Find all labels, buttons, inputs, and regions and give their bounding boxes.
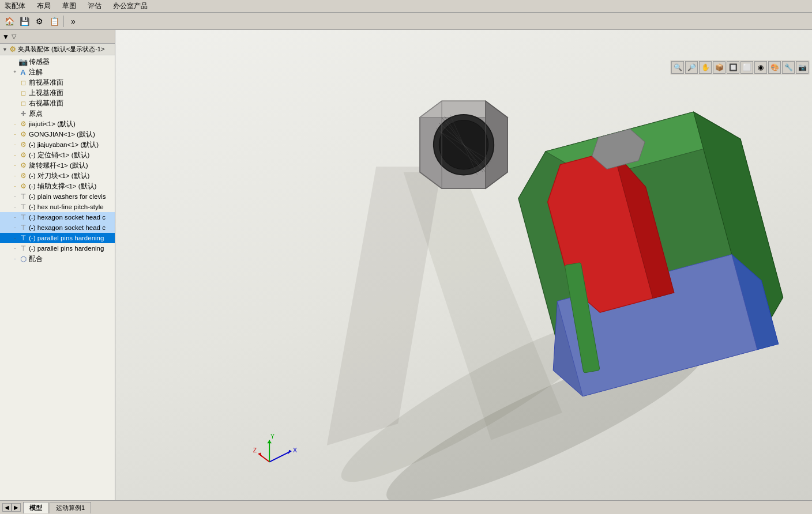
fuzhi-label: (-) 辅助支撑<1> (默认) (29, 182, 96, 191)
tree-item-mate[interactable]: - ⬡ 配合 (0, 254, 115, 264)
gongjian-label: GONGJIAN<1> (默认) (29, 130, 95, 139)
annotation-icon: A (18, 67, 28, 77)
jiajuti-label: jiajuti<1> (默认) (29, 120, 76, 128)
origin-label: 原点 (29, 109, 43, 118)
tab-scroll-arrows: ◀ ▶ (2, 503, 21, 512)
jiajuyaban-label: (-) jiajuyaban<1> (默认) (29, 141, 99, 149)
svg-marker-35 (267, 440, 272, 444)
top-plane-label: 上视基准面 (29, 89, 63, 97)
tree-root-label: 夹具装配体 (默认<显示状态-1> (18, 45, 104, 54)
par1-label: (-) parallel pins hardening (29, 235, 104, 241)
dingwei-label: (-) 定位销<1> (默认) (29, 151, 89, 160)
tree-view: 📷 传感器 + A 注解 ◻ 前视基准面 ◻ 上视基准面 (0, 55, 115, 500)
tree-item-parallel-1[interactable]: - ⊤ (-) parallel pins hardening (0, 233, 115, 243)
front-plane-icon: ◻ (18, 78, 28, 87)
tree-item-jiajuyaban[interactable]: - ⚙ (-) jiajuyaban<1> (默认) (0, 139, 115, 150)
3d-model-svg: X Y Z (115, 30, 812, 500)
toolbar-component[interactable]: ⚙ (32, 14, 46, 28)
front-plane-label: 前视基准面 (29, 78, 63, 87)
expand-annotation: + (12, 69, 18, 75)
expand-fuzhi: - (12, 183, 18, 190)
expand-mate: - (12, 255, 18, 262)
hex-nut-icon: ⊤ (18, 202, 28, 211)
menu-caotu[interactable]: 草图 (60, 0, 78, 12)
right-plane-label: 右视基准面 (29, 99, 63, 108)
expand-jiajuti: - (12, 120, 18, 127)
tab-model[interactable]: 模型 (23, 502, 48, 513)
expand-xuanzhuan: - (12, 162, 18, 169)
filter-label: ▽ (12, 33, 16, 40)
tree-item-fuzhi[interactable]: - ⚙ (-) 辅助支撑<1> (默认) (0, 181, 115, 191)
jiajuti-icon: ⚙ (18, 119, 28, 128)
xuanzhuan-icon: ⚙ (18, 161, 28, 170)
tree-root-header[interactable]: ▼ ⚙ 夹具装配体 (默认<显示状态-1> (0, 44, 115, 55)
filter-icon: ▼ (2, 33, 9, 41)
expand-top (12, 89, 18, 96)
svg-text:X: X (293, 447, 297, 453)
tree-item-parallel-2[interactable]: - ⊤ (-) parallel pins hardening (0, 243, 115, 254)
scroll-left[interactable]: ◀ (2, 503, 12, 512)
expand-plain: - (12, 193, 18, 200)
par2-label: (-) parallel pins hardening (29, 245, 104, 252)
filter-bar: ▼ ▽ (0, 30, 115, 44)
scroll-right[interactable]: ▶ (12, 503, 21, 512)
right-plane-icon: ◻ (18, 99, 28, 108)
menu-zhuangpeti[interactable]: 装配体 (2, 0, 28, 12)
expand-dingwei: - (12, 152, 18, 158)
toolbar-home[interactable]: 🏠 (2, 14, 16, 28)
annotation-label: 注解 (29, 68, 43, 77)
expand-hex-s1: - (12, 214, 18, 221)
main-layout: ▼ ▽ ▼ ⚙ 夹具装配体 (默认<显示状态-1> 📷 传感器 + A 注解 (0, 30, 812, 500)
toolbar-save[interactable]: 💾 (17, 14, 31, 28)
tree-item-hex-socket-1[interactable]: - ⊤ (-) hexagon socket head c (0, 212, 115, 222)
expand-par1: - (12, 235, 18, 241)
expand-origin (12, 110, 18, 117)
menu-buju[interactable]: 布局 (35, 0, 53, 12)
tree-item-dingweisuo[interactable]: - ⚙ (-) 定位销<1> (默认) (0, 150, 115, 160)
tree-item-plain-washers[interactable]: - ⊤ (-) plain washers for clevis (0, 191, 115, 202)
toolbar-more[interactable]: » (66, 14, 80, 28)
sensor-label: 传感器 (29, 58, 50, 66)
plain-label: (-) plain washers for clevis (29, 193, 106, 200)
expand-par2: - (12, 245, 18, 252)
expand-hex-nut: - (12, 203, 18, 210)
hex-s2-label: (-) hexagon socket head c (29, 224, 106, 231)
tree-item-gongjian[interactable]: - ⚙ GONGJIAN<1> (默认) (0, 129, 115, 139)
expand-sensor (12, 58, 18, 65)
viewport[interactable]: 🔍 🔎 ✋ 📦 🔲 ⬜ ◉ 🎨 🔧 📷 (115, 30, 812, 500)
expand-front (12, 79, 18, 86)
hex-s2-icon: ⊤ (18, 223, 28, 232)
tree-item-origin[interactable]: ✚ 原点 (0, 108, 115, 119)
duidao-icon: ⚙ (18, 171, 28, 180)
hex-s1-icon: ⊤ (18, 213, 28, 222)
tree-item-xuanzhuan[interactable]: - ⚙ 旋转螺杆<1> (默认) (0, 160, 115, 171)
menu-pinggu[interactable]: 评估 (85, 0, 104, 12)
expand-hex-s2: - (12, 224, 18, 231)
mate-icon: ⬡ (18, 254, 28, 263)
tab-motion[interactable]: 运动算例1 (50, 502, 91, 513)
plain-icon: ⊤ (18, 192, 28, 201)
tree-item-front-plane[interactable]: ◻ 前视基准面 (0, 77, 115, 88)
sensor-icon: 📷 (18, 57, 28, 66)
expand-right (12, 100, 18, 107)
bottom-bar: ◀ ▶ 模型 运动算例1 (0, 500, 812, 514)
left-panel: ▼ ▽ ▼ ⚙ 夹具装配体 (默认<显示状态-1> 📷 传感器 + A 注解 (0, 30, 115, 500)
expand-jiajuyaban: - (12, 141, 18, 148)
tree-item-annotation[interactable]: + A 注解 (0, 67, 115, 77)
mate-label: 配合 (29, 255, 43, 263)
par2-icon: ⊤ (18, 244, 28, 253)
hex-s1-label: (-) hexagon socket head c (29, 214, 106, 221)
tree-item-hex-socket-2[interactable]: - ⊤ (-) hexagon socket head c (0, 222, 115, 233)
separator-1 (63, 16, 64, 27)
tree-item-duidao[interactable]: - ⚙ (-) 对刀块<1> (默认) (0, 171, 115, 181)
tree-item-top-plane[interactable]: ◻ 上视基准面 (0, 88, 115, 98)
tree-item-hex-nut[interactable]: - ⊤ (-) hex nut-fine pitch-style (0, 202, 115, 212)
toolbar-ref[interactable]: 📋 (47, 14, 61, 28)
tree-item-right-plane[interactable]: ◻ 右视基准面 (0, 98, 115, 108)
menu-bangongshi[interactable]: 办公室产品 (111, 0, 150, 12)
tree-item-jiajuti[interactable]: - ⚙ jiajuti<1> (默认) (0, 119, 115, 129)
xuanzhuan-label: 旋转螺杆<1> (默认) (29, 161, 88, 170)
svg-text:Z: Z (253, 447, 257, 453)
par1-icon: ⊤ (18, 233, 28, 243)
tree-item-sensor[interactable]: 📷 传感器 (0, 56, 115, 67)
